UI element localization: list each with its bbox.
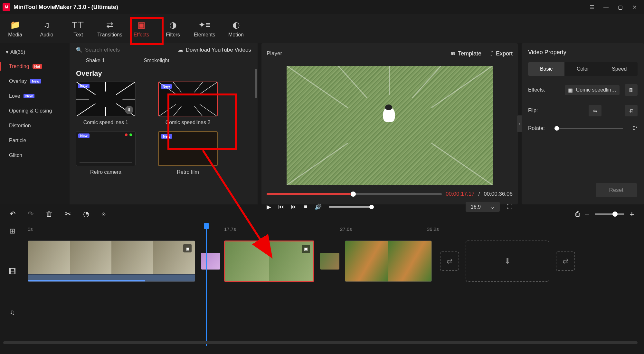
- next-frame-button[interactable]: ⏭: [291, 203, 297, 210]
- tab-basic[interactable]: Basic: [528, 62, 564, 76]
- drop-placeholder[interactable]: ⬇: [466, 241, 549, 282]
- effect-icon: ▣: [568, 87, 573, 93]
- progress-knob[interactable]: [351, 192, 356, 197]
- transition-1[interactable]: [201, 253, 220, 270]
- effects-grid: 🔍 ☁Download YouTube Videos Shake 1 Smoke…: [70, 43, 258, 204]
- stack-icon: ≋: [450, 50, 455, 57]
- category-list: ▾ All(35) TrendingHot OverlayNew LoveNew…: [0, 43, 70, 204]
- clip-1[interactable]: 🔊 ▣: [28, 241, 195, 282]
- svg-line-0: [76, 82, 95, 95]
- transition-2[interactable]: [320, 253, 339, 270]
- maximize-button[interactable]: ▢: [613, 1, 627, 14]
- video-preview[interactable]: [287, 66, 493, 185]
- tab-speed[interactable]: Speed: [601, 62, 638, 76]
- flip-vertical-button[interactable]: ⇵: [625, 105, 638, 116]
- tab-effects[interactable]: ▣Effects: [126, 17, 156, 41]
- svg-line-1: [116, 82, 135, 95]
- export-button[interactable]: ⤴Export: [490, 50, 513, 57]
- time-total: 00:00:36.06: [484, 191, 513, 197]
- cat-distortion-label: Distortion: [9, 123, 31, 129]
- fx-retro-camera[interactable]: New: [76, 131, 136, 166]
- svg-line-11: [200, 104, 217, 116]
- clip-2-selected[interactable]: ▣: [224, 241, 314, 282]
- search-icon: 🔍: [76, 47, 82, 53]
- zoom-out-button[interactable]: −: [585, 209, 590, 219]
- category-distortion[interactable]: Distortion: [0, 118, 70, 133]
- flip-horizontal-button[interactable]: ⇋: [589, 105, 601, 116]
- fx-comic-speedlines-2[interactable]: New: [158, 82, 218, 116]
- tab-text[interactable]: T⊤Text: [63, 17, 93, 41]
- tab-color[interactable]: Color: [564, 62, 601, 76]
- aspect-select[interactable]: 16:9⌄: [466, 202, 500, 212]
- search-input[interactable]: [85, 47, 149, 53]
- cat-love-label: Love: [9, 93, 20, 99]
- category-glitch[interactable]: Glitch: [0, 148, 70, 163]
- volume-slider[interactable]: [329, 206, 374, 208]
- fullscreen-button[interactable]: ⛶: [507, 203, 513, 210]
- redo-button[interactable]: ↷: [28, 210, 33, 218]
- tab-motion[interactable]: ◐Motion: [221, 17, 251, 41]
- undo-button[interactable]: ↶: [10, 210, 15, 218]
- progress-bar[interactable]: 00:00:17.17 / 00:00:36.06: [267, 191, 513, 197]
- rotate-slider[interactable]: [554, 128, 623, 129]
- add-transition-button-2[interactable]: ⇄: [556, 251, 575, 271]
- tab-media[interactable]: 📁Media: [0, 17, 30, 41]
- tab-transitions[interactable]: ⇄Transitions: [95, 17, 125, 41]
- svg-line-13: [194, 82, 203, 92]
- fx-comic-speedlines-1[interactable]: New ⬇: [76, 82, 136, 116]
- speed-button[interactable]: ◔: [83, 210, 89, 218]
- add-track-icon[interactable]: ⊞: [9, 227, 15, 235]
- category-trending[interactable]: TrendingHot: [0, 59, 70, 74]
- zoom-slider[interactable]: [595, 213, 624, 215]
- timeline-scrollbar[interactable]: [3, 341, 638, 344]
- playhead[interactable]: [206, 224, 207, 346]
- cat-glitch-label: Glitch: [9, 152, 22, 158]
- minimize-button[interactable]: —: [599, 1, 613, 14]
- cat-opening-label: Opening & Closing: [9, 108, 52, 114]
- template-button[interactable]: ≋Template: [450, 50, 481, 57]
- elements-icon: ✦≡: [198, 20, 210, 30]
- snap-icon[interactable]: ⎙: [575, 210, 580, 218]
- add-transition-button[interactable]: ⇄: [440, 251, 459, 271]
- video-track[interactable]: 🔊 ▣ ▣ ⇄ ⬇ ⇄: [24, 239, 644, 284]
- svg-line-18: [287, 143, 348, 185]
- category-all[interactable]: ▾ All(35): [0, 45, 70, 59]
- panel-collapse-handle[interactable]: ›: [517, 115, 522, 132]
- scrollbar[interactable]: [255, 69, 257, 98]
- applied-effect-chip[interactable]: ▣Comic speedlin…: [565, 85, 620, 95]
- reset-button[interactable]: Reset: [596, 183, 637, 197]
- crop-button[interactable]: ⟐: [101, 210, 106, 218]
- tab-filters[interactable]: ◑Filters: [158, 17, 188, 41]
- delete-button[interactable]: 🗑: [46, 210, 53, 218]
- timeline: ⊞ 🎞 ♫ 0s 17.7s 27.6s 36.2s 🔊 ▣ ▣ ⇄ ⬇ ⇄: [0, 224, 644, 346]
- fx-rf-label: Retro film: [158, 169, 218, 175]
- svg-line-8: [159, 82, 176, 94]
- stop-button[interactable]: ■: [304, 203, 308, 210]
- split-button[interactable]: ✂: [65, 210, 71, 218]
- volume-icon[interactable]: 🔊: [315, 203, 322, 211]
- tab-elements[interactable]: ✦≡Elements: [189, 17, 220, 41]
- category-love[interactable]: LoveNew: [0, 89, 70, 103]
- player-panel: Player ≋Template ⤴Export 00:00:17.17 / 0…: [261, 43, 518, 204]
- tab-audio[interactable]: ♫Audio: [32, 17, 62, 41]
- player-label: Player: [267, 50, 282, 57]
- download-effect-icon[interactable]: ⬇: [125, 106, 133, 114]
- delete-effect-button[interactable]: 🗑: [625, 84, 638, 96]
- category-overlay[interactable]: OverlayNew: [0, 74, 70, 89]
- zoom-in-button[interactable]: +: [630, 209, 634, 219]
- audio-track-icon: ♫: [10, 308, 15, 317]
- download-youtube-label: Download YouTube Videos: [186, 47, 251, 53]
- tab-elements-label: Elements: [194, 32, 215, 38]
- preview-dog: [383, 108, 395, 122]
- category-particle[interactable]: Particle: [0, 133, 70, 148]
- hamburger-icon[interactable]: ☰: [585, 1, 599, 14]
- play-button[interactable]: ▶: [267, 203, 271, 211]
- clip-3[interactable]: [345, 241, 432, 282]
- time-ruler[interactable]: 0s 17.7s 27.6s 36.2s: [24, 224, 644, 237]
- fx-retro-film[interactable]: New: [158, 131, 218, 166]
- category-opening[interactable]: Opening & Closing: [0, 103, 70, 118]
- download-youtube-button[interactable]: ☁Download YouTube Videos: [178, 46, 251, 53]
- close-button[interactable]: ✕: [627, 1, 641, 14]
- category-all-label: All(35): [10, 49, 25, 55]
- prev-frame-button[interactable]: ⏮: [278, 203, 284, 210]
